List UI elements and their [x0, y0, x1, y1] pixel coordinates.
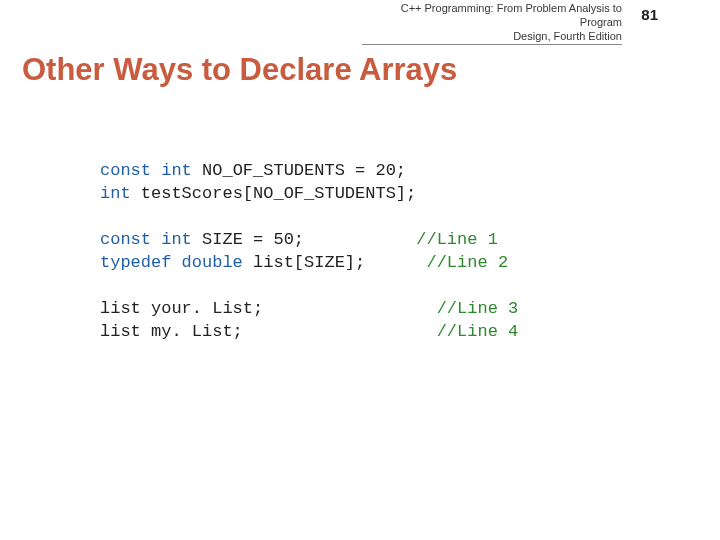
code-text: list my. List;	[100, 322, 243, 341]
book-title: C++ Programming: From Problem Analysis t…	[362, 2, 622, 45]
code-keyword: int	[100, 184, 131, 203]
book-title-line2: Design, Fourth Edition	[513, 30, 622, 42]
code-text: list[SIZE];	[243, 253, 365, 272]
code-text: NO_OF_STUDENTS = 20;	[192, 161, 406, 180]
code-comment: //Line 1	[416, 230, 498, 249]
code-keyword: typedef double	[100, 253, 243, 272]
slide-title: Other Ways to Declare Arrays	[22, 52, 457, 88]
code-example: const int NO_OF_STUDENTS = 20; int testS…	[100, 160, 518, 344]
code-text: SIZE = 50;	[192, 230, 304, 249]
book-title-line1: C++ Programming: From Problem Analysis t…	[401, 2, 622, 28]
code-text: testScores[NO_OF_STUDENTS];	[131, 184, 417, 203]
page-number: 81	[641, 6, 658, 23]
slide-header: C++ Programming: From Problem Analysis t…	[0, 2, 720, 45]
code-comment: //Line 2	[426, 253, 508, 272]
code-text: list your. List;	[100, 299, 263, 318]
code-keyword: const int	[100, 230, 192, 249]
code-comment: //Line 3	[437, 299, 519, 318]
code-comment: //Line 4	[437, 322, 519, 341]
code-keyword: const int	[100, 161, 192, 180]
